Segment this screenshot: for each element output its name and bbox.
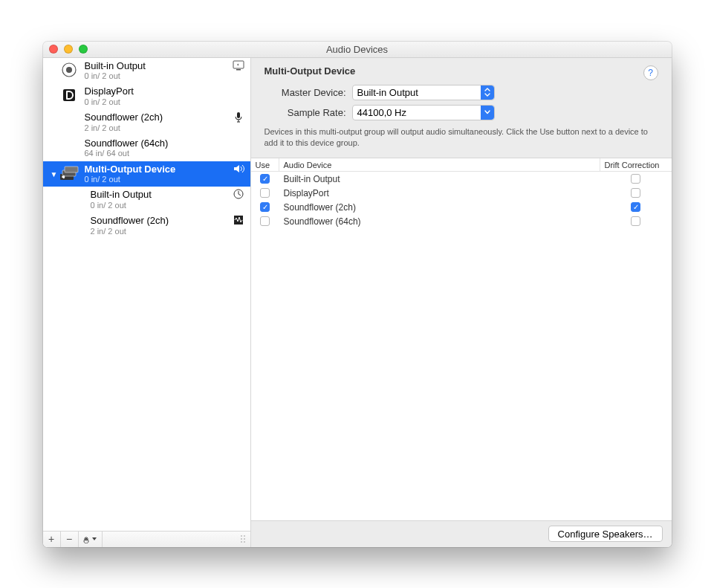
master-device-label: Master Device: <box>264 87 346 98</box>
settings-header: Multi-Output Device ? Master Device: Bui… <box>251 58 672 159</box>
sample-rate-label: Sample Rate: <box>264 107 346 118</box>
sidebar: ▼Built-in Output0 in/ 2 out▼DisplayPort0… <box>43 58 251 547</box>
row-device-name: Soundflower (64ch) <box>279 216 600 227</box>
action-menu-button[interactable] <box>79 532 103 547</box>
main-pane: Multi-Output Device ? Master Device: Bui… <box>251 58 672 547</box>
col-use[interactable]: Use <box>251 158 279 171</box>
help-button[interactable]: ? <box>643 65 658 80</box>
sidebar-item[interactable]: ▼DisplayPort0 in/ 2 out <box>43 83 250 109</box>
disclosure-triangle-icon[interactable]: ▼ <box>51 170 58 178</box>
clock-icon <box>231 189 246 199</box>
drift-checkbox[interactable]: ✓ <box>631 202 640 212</box>
svg-rect-3 <box>236 69 241 71</box>
device-icon <box>59 85 79 105</box>
sidebar-item[interactable]: ▼Soundflower (2ch)2 in/ 2 out <box>43 213 250 239</box>
device-name: Built-in Output <box>85 60 231 72</box>
configure-speakers-button[interactable]: Configure Speakers… <box>548 526 663 542</box>
default-output-icon <box>231 60 246 71</box>
svg-rect-8 <box>65 167 78 172</box>
drift-checkbox[interactable] <box>631 174 640 184</box>
table-row: ✓Built-in Output <box>251 172 672 186</box>
row-device-name: Soundflower (2ch) <box>279 202 600 213</box>
sidebar-item[interactable]: ▼Multi-Output Device0 in/ 2 out <box>43 161 250 187</box>
device-name: Soundflower (2ch) <box>85 112 231 123</box>
drift-checkbox[interactable] <box>631 188 640 198</box>
sidebar-footer: + − <box>43 531 250 547</box>
table-row: DisplayPort <box>251 186 672 200</box>
device-icon <box>59 138 79 157</box>
master-device-select[interactable]: Built-in Output <box>352 85 495 100</box>
device-name: DisplayPort <box>85 85 231 97</box>
device-subtitle: 0 in/ 2 out <box>85 175 231 184</box>
device-name: Soundflower (2ch) <box>91 215 231 227</box>
device-subtitle: 2 in/ 2 out <box>85 123 231 133</box>
device-icon <box>59 112 79 131</box>
chevron-down-icon <box>481 106 494 120</box>
table-row: Soundflower (64ch) <box>251 214 672 228</box>
device-name: Built-in Output <box>91 189 231 201</box>
use-checkbox[interactable] <box>260 216 270 226</box>
device-subtitle: 64 in/ 64 out <box>85 149 231 158</box>
sidebar-item[interactable]: ▼Built-in Output0 in/ 2 out <box>43 187 250 213</box>
drift-checkbox[interactable] <box>631 216 640 226</box>
sidebar-item[interactable]: ▼Built-in Output0 in/ 2 out <box>43 58 250 84</box>
table-row: ✓Soundflower (2ch)✓ <box>251 200 672 214</box>
device-name: Soundflower (64ch) <box>85 138 231 149</box>
device-icon <box>59 164 79 183</box>
use-checkbox[interactable]: ✓ <box>260 174 270 184</box>
page-title: Multi-Output Device <box>264 65 356 77</box>
hint-text: Devices in this multi-output group will … <box>264 126 658 149</box>
device-subtitle: 0 in/ 2 out <box>85 71 231 81</box>
device-icon <box>59 60 79 80</box>
use-checkbox[interactable]: ✓ <box>260 202 270 212</box>
sample-rate-select[interactable]: 44100,0 Hz <box>352 105 495 120</box>
device-subtitle: 0 in/ 2 out <box>85 97 231 107</box>
volume-icon <box>231 164 246 174</box>
device-name: Multi-Output Device <box>85 164 231 175</box>
col-drift-correction[interactable]: Drift Correction <box>600 158 672 171</box>
device-list: ▼Built-in Output0 in/ 2 out▼DisplayPort0… <box>43 58 250 531</box>
window: Audio Devices ▼Built-in Output0 in/ 2 ou… <box>43 42 672 547</box>
device-subtitle: 0 in/ 2 out <box>91 201 231 210</box>
col-audio-device[interactable]: Audio Device <box>279 158 600 171</box>
microphone-icon <box>231 112 246 123</box>
sidebar-item[interactable]: ▼Soundflower (2ch)2 in/ 2 out <box>43 109 250 135</box>
add-device-button[interactable]: + <box>43 532 61 547</box>
svg-rect-5 <box>237 112 240 118</box>
remove-device-button[interactable]: − <box>61 532 79 547</box>
svg-point-1 <box>66 67 72 73</box>
use-checkbox[interactable] <box>260 188 270 198</box>
device-table: Use Audio Device Drift Correction ✓Built… <box>251 158 672 520</box>
row-device-name: Built-in Output <box>279 174 600 184</box>
waveform-icon <box>231 215 246 225</box>
resize-grip-icon <box>236 535 250 543</box>
sidebar-item[interactable]: ▼Soundflower (64ch)64 in/ 64 out <box>43 135 250 161</box>
titlebar: Audio Devices <box>43 42 672 58</box>
window-title: Audio Devices <box>43 44 672 55</box>
device-subtitle: 2 in/ 2 out <box>91 227 231 236</box>
updown-icon <box>481 85 494 100</box>
row-device-name: DisplayPort <box>279 188 600 198</box>
